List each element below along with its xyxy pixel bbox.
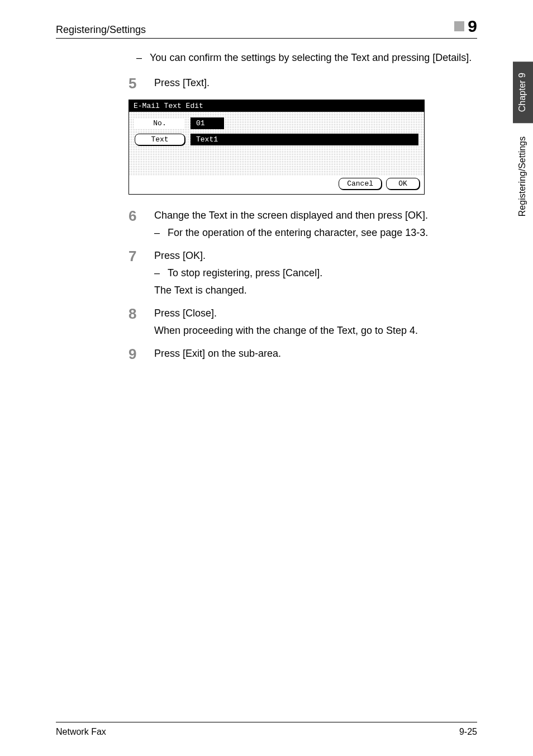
step-text: Change the Text in the screen displayed …: [154, 208, 477, 223]
step-cont: When proceeding with the change of the T…: [154, 323, 477, 338]
side-chapter: Chapter 9: [513, 62, 533, 123]
panel-row-no: No. 01: [135, 117, 418, 129]
main-content: –You can confirm the settings by selecti…: [129, 50, 477, 370]
step-body: Press [Text].: [154, 75, 477, 92]
text-button[interactable]: Text: [135, 134, 185, 145]
dash-icon: –: [136, 50, 150, 65]
step-body: Press [OK]. –To stop registering, press …: [154, 248, 477, 298]
panel-title: E-Mail Text Edit: [129, 100, 424, 112]
panel-row-text: Text Text1: [135, 134, 418, 145]
step-num: 5: [129, 75, 143, 92]
step-6: 6 Change the Text in the screen displaye…: [129, 208, 477, 240]
step-num: 7: [129, 248, 143, 298]
header-chapter-num: 9: [468, 17, 477, 36]
step-num: 8: [129, 306, 143, 338]
step-8: 8 Press [Close]. When proceeding with th…: [129, 306, 477, 338]
step-7: 7 Press [OK]. –To stop registering, pres…: [129, 248, 477, 298]
text-value: Text1: [191, 134, 418, 145]
panel-body: No. 01 Text Text1: [129, 112, 424, 176]
page-footer: Network Fax 9-25: [56, 722, 477, 737]
panel-spacer: [135, 150, 418, 170]
step-text: Press [Exit] on the sub-area.: [154, 346, 477, 361]
step-body: Change the Text in the screen displayed …: [154, 208, 477, 240]
no-label: No.: [135, 118, 185, 129]
step-num: 9: [129, 346, 143, 362]
step-cont: The Text is changed.: [154, 283, 477, 298]
step-text: Press [OK].: [154, 248, 477, 263]
step-text: Press [Text].: [154, 75, 477, 91]
step-sub: –To stop registering, press [Cancel].: [154, 266, 477, 281]
dash-icon: –: [154, 266, 168, 281]
step-sub-text: To stop registering, press [Cancel].: [168, 267, 322, 278]
footer-right: 9-25: [459, 727, 477, 737]
intro-note-text: You can confirm the settings by selectin…: [150, 52, 472, 63]
footer-left: Network Fax: [56, 727, 106, 737]
intro-note: –You can confirm the settings by selecti…: [129, 50, 477, 65]
step-body: Press [Exit] on the sub-area.: [154, 346, 477, 362]
side-tab: Chapter 9 Registering/Settings: [513, 62, 533, 230]
step-sub: –For the operation of the entering chara…: [154, 225, 477, 240]
step-9: 9 Press [Exit] on the sub-area.: [129, 346, 477, 362]
side-section: Registering/Settings: [513, 123, 533, 230]
cancel-button[interactable]: Cancel: [339, 178, 382, 190]
step-body: Press [Close]. When proceeding with the …: [154, 306, 477, 338]
header-block-icon: [454, 21, 464, 31]
header-title: Registering/Settings: [56, 24, 146, 36]
step-sub-text: For the operation of the entering charac…: [168, 227, 428, 238]
step-num: 6: [129, 208, 143, 240]
ok-button[interactable]: OK: [386, 178, 420, 190]
header-chapter-wrap: 9: [454, 17, 477, 36]
no-value: 01: [191, 117, 224, 129]
panel-button-row: Cancel OK: [129, 176, 424, 194]
step-5: 5 Press [Text].: [129, 75, 477, 92]
step-text: Press [Close].: [154, 306, 477, 321]
email-text-edit-panel: E-Mail Text Edit No. 01 Text Text1 Cance…: [129, 100, 425, 195]
dash-icon: –: [154, 225, 168, 240]
page-header: Registering/Settings 9: [56, 17, 477, 39]
